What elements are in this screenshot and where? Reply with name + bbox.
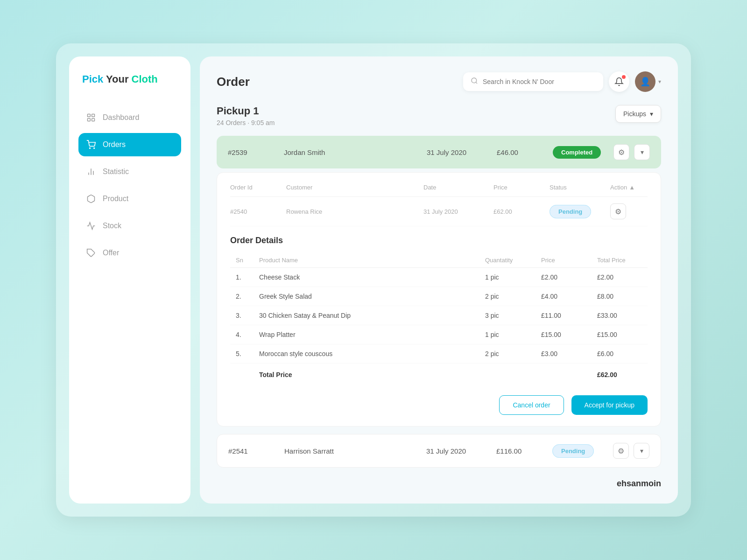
sidebar-item-statistic[interactable]: Statistic — [78, 160, 181, 183]
item-name-1: Cheese Stack — [254, 268, 479, 287]
stock-icon — [86, 221, 96, 231]
sidebar-item-orders[interactable]: Orders — [78, 133, 181, 156]
table-row: 1. Cheese Stack 1 pic £2.00 £2.00 — [230, 268, 648, 287]
total-empty-qty — [479, 364, 536, 385]
sidebar-item-stock[interactable]: Stock — [78, 214, 181, 238]
order-id-2540: #2540 — [230, 208, 286, 215]
total-label-text: Total Price — [254, 364, 479, 385]
order-expand-button-2541[interactable]: ▾ — [634, 443, 649, 459]
item-total-3: £33.00 — [592, 306, 648, 325]
item-qty-3: 3 pic — [479, 306, 536, 325]
order-price-2541: £116.00 — [496, 447, 552, 455]
item-name-2: Greek Style Salad — [254, 287, 479, 306]
order-status-2540: Pending — [550, 208, 610, 215]
col-th-quantity: Quantatity — [479, 253, 536, 268]
col-header-order-id: Order Id — [230, 184, 286, 191]
col-header-customer: Customer — [286, 184, 423, 191]
sidebar-label-offer: Offer — [103, 249, 119, 257]
item-sn-4: 4. — [230, 325, 254, 344]
order-status-2541: Pending — [552, 447, 613, 455]
order-details-table: Sn Product Name Quantatity Price Total P… — [230, 253, 648, 384]
orders-icon — [86, 140, 96, 150]
item-name-3: 30 Chicken Satay & Peanut Dip — [254, 306, 479, 325]
statistic-icon — [86, 167, 96, 177]
user-avatar-wrap[interactable]: 👤 ▾ — [635, 71, 661, 92]
status-badge-completed: Completed — [553, 146, 601, 159]
col-th-product-name: Product Name — [254, 253, 479, 268]
order-detail-header-row: Order Id Customer Date Price Status Acti… — [230, 184, 648, 197]
cancel-order-button[interactable]: Cancel order — [499, 395, 564, 415]
col-header-date: Date — [423, 184, 493, 191]
footer-brand-normal: ehsan — [617, 479, 641, 488]
sidebar: Pick Your Cloth Dashboard Orders — [69, 56, 190, 504]
order-gear-button-2541[interactable]: ⚙ — [613, 443, 629, 459]
order-price-2540: £62.00 — [493, 208, 550, 215]
order-customer-2539: Jordan Smith — [284, 148, 427, 156]
item-total-1: £2.00 — [592, 268, 648, 287]
order-expand-button-2539[interactable]: ▾ — [634, 144, 650, 160]
order-gear-button-2540[interactable]: ⚙ — [610, 203, 626, 219]
item-price-2: £4.00 — [536, 287, 592, 306]
sidebar-label-product: Product — [103, 195, 128, 203]
svg-point-10 — [472, 78, 477, 83]
table-header-row: Sn Product Name Quantatity Price Total P… — [230, 253, 648, 268]
product-icon — [86, 194, 96, 204]
order-gear-button-2539[interactable]: ⚙ — [613, 144, 629, 160]
action-chevron-icon: ▲ — [629, 184, 635, 191]
col-header-action: Action ▲ — [610, 184, 648, 191]
svg-point-5 — [94, 148, 95, 149]
search-input[interactable] — [483, 78, 596, 85]
item-price-5: £3.00 — [536, 344, 592, 364]
svg-rect-0 — [88, 114, 91, 117]
col-th-price: Price — [536, 253, 592, 268]
sidebar-label-statistic: Statistic — [103, 168, 129, 176]
sidebar-item-offer[interactable]: Offer — [78, 241, 181, 265]
pickup-info: Pickup 1 24 Orders · 9:05 am — [217, 105, 275, 126]
order-customer-2540: Rowena Rice — [286, 208, 423, 215]
order-price-2539: £46.00 — [497, 148, 553, 156]
pickup-header: Pickup 1 24 Orders · 9:05 am Pickups ▾ — [217, 105, 661, 126]
order-actions-2539: ⚙ ▾ — [613, 144, 650, 160]
col-th-total: Total Price — [592, 253, 648, 268]
total-label — [230, 364, 254, 385]
item-name-4: Wrap Platter — [254, 325, 479, 344]
offer-icon — [86, 248, 96, 258]
logo-cloth: Cloth — [132, 73, 158, 85]
table-row: 3. 30 Chicken Satay & Peanut Dip 3 pic £… — [230, 306, 648, 325]
item-name-5: Moroccan style couscous — [254, 344, 479, 364]
avatar-chevron-icon: ▾ — [658, 78, 661, 85]
order-customer-2541: Harrison Sarratt — [284, 447, 426, 455]
col-header-status: Status — [550, 184, 610, 191]
order-detail-container-2540: Order Id Customer Date Price Status Acti… — [217, 172, 661, 427]
footer-credit: ehsanmoin — [217, 471, 661, 489]
sidebar-label-dashboard: Dashboard — [103, 113, 139, 122]
sidebar-label-orders: Orders — [103, 140, 126, 149]
avatar: 👤 — [635, 71, 655, 92]
svg-rect-1 — [92, 114, 95, 117]
accept-pickup-button[interactable]: Accept for pickup — [571, 395, 648, 415]
footer-brand-bold: moin — [641, 479, 661, 488]
status-badge-pending-2540: Pending — [550, 205, 591, 218]
sidebar-item-product[interactable]: Product — [78, 187, 181, 210]
sidebar-item-dashboard[interactable]: Dashboard — [78, 106, 181, 129]
order-row-2541: #2541 Harrison Sarratt 31 July 2020 £116… — [217, 434, 661, 468]
order-date-2541: 31 July 2020 — [426, 447, 496, 455]
order-actions-2541: ⚙ ▾ — [613, 443, 649, 459]
main-content: Order — [200, 56, 678, 504]
order-id-2541: #2541 — [228, 447, 284, 455]
item-total-2: £8.00 — [592, 287, 648, 306]
pickups-button[interactable]: Pickups ▾ — [615, 105, 661, 123]
item-sn-2: 2. — [230, 287, 254, 306]
order-action-2540: ⚙ — [610, 203, 648, 219]
item-price-4: £15.00 — [536, 325, 592, 344]
item-price-3: £11.00 — [536, 306, 592, 325]
total-empty-price — [536, 364, 592, 385]
col-header-price: Price — [493, 184, 550, 191]
order-row-2539: #2539 Jordan Smith 31 July 2020 £46.00 C… — [217, 136, 661, 168]
order-id-2539: #2539 — [228, 148, 284, 156]
search-bar[interactable] — [463, 72, 603, 91]
total-row: Total Price £62.00 — [230, 364, 648, 385]
notification-button[interactable] — [609, 71, 629, 92]
svg-rect-3 — [92, 119, 95, 121]
sidebar-label-stock: Stock — [103, 222, 121, 230]
